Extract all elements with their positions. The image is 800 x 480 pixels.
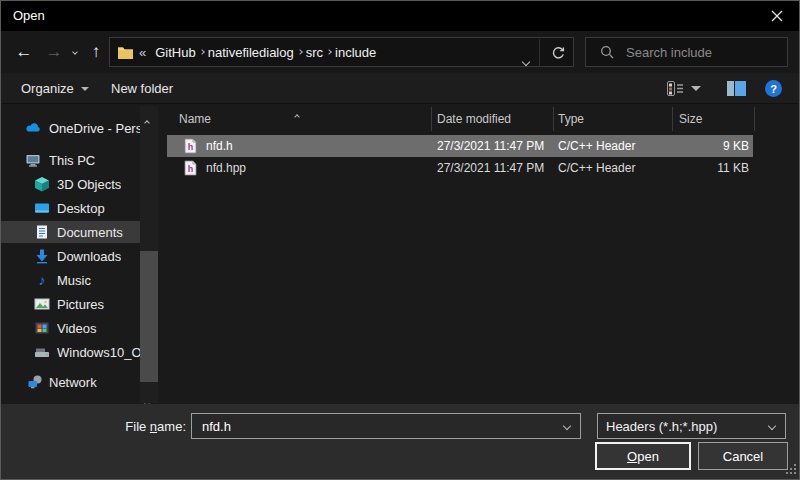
svg-text:h: h bbox=[188, 142, 194, 152]
sidebar-item-label: Downloads bbox=[57, 249, 121, 264]
onedrive-icon bbox=[25, 120, 41, 136]
file-name: nfd.h bbox=[206, 139, 233, 153]
header-file-icon: h bbox=[184, 138, 197, 154]
arrow-up-icon: ↑ bbox=[92, 42, 101, 62]
sidebar-item-onedrive[interactable]: OneDrive - Persor bbox=[1, 117, 140, 139]
dropdown-arrow-icon bbox=[81, 87, 89, 91]
navigation-bar: ← → ↑ « GitHub nativefiledialog src incl… bbox=[1, 31, 799, 73]
column-divider[interactable] bbox=[553, 107, 554, 131]
file-type-dropdown[interactable]: Headers (*.h;*.hpp) bbox=[597, 413, 786, 439]
organize-button[interactable]: Organize bbox=[21, 73, 89, 104]
back-button[interactable]: ← bbox=[9, 31, 39, 73]
forward-button[interactable]: → bbox=[39, 31, 69, 73]
breadcrumb-github[interactable]: GitHub bbox=[155, 45, 195, 60]
file-name: nfd.hpp bbox=[206, 161, 246, 175]
computer-icon bbox=[25, 152, 41, 168]
file-type-value: Headers (*.h;*.hpp) bbox=[606, 419, 717, 434]
breadcrumb-include[interactable]: include bbox=[335, 45, 376, 60]
scroll-up-icon[interactable] bbox=[145, 111, 149, 129]
refresh-button[interactable] bbox=[550, 45, 566, 65]
chevron-down-icon bbox=[72, 49, 78, 55]
file-date-modified: 27/3/2021 11:47 PM bbox=[437, 161, 544, 175]
column-header-name[interactable]: Name bbox=[179, 106, 289, 132]
close-icon bbox=[771, 10, 783, 22]
chevron-right-icon bbox=[297, 49, 303, 55]
network-icon bbox=[27, 374, 43, 390]
organize-label: Organize bbox=[21, 81, 74, 96]
command-toolbar: Organize New folder ? bbox=[1, 73, 799, 104]
column-header-type[interactable]: Type bbox=[558, 106, 658, 132]
sidebar-scrollbar-thumb[interactable] bbox=[140, 251, 158, 382]
breadcrumb-overflow[interactable]: « bbox=[139, 45, 146, 60]
arrow-right-icon: → bbox=[46, 42, 63, 62]
up-button[interactable]: ↑ bbox=[83, 31, 109, 73]
search-box[interactable] bbox=[585, 37, 788, 67]
dropdown-arrow-icon bbox=[691, 86, 701, 91]
file-row-nfd-hpp[interactable]: h nfd.hpp 27/3/2021 11:47 PM C/C++ Heade… bbox=[167, 157, 753, 179]
sidebar-item-label: Pictures bbox=[57, 297, 104, 312]
column-header-size[interactable]: Size bbox=[679, 106, 739, 132]
new-folder-label: New folder bbox=[111, 81, 173, 96]
pictures-icon bbox=[34, 296, 50, 312]
open-file-dialog: Open ← → ↑ « GitHub nativefiledialog src… bbox=[0, 0, 800, 480]
resize-grip[interactable] bbox=[786, 460, 796, 478]
sidebar-item-label: Music bbox=[57, 273, 91, 288]
sidebar-item-network[interactable]: Network bbox=[1, 371, 140, 393]
search-input[interactable] bbox=[624, 44, 774, 61]
file-name-input[interactable] bbox=[200, 418, 530, 435]
file-date-modified: 27/3/2021 11:47 PM bbox=[437, 139, 544, 153]
breadcrumb-src[interactable]: src bbox=[306, 45, 323, 60]
breadcrumb-nativefiledialog[interactable]: nativefiledialog bbox=[208, 45, 294, 60]
sidebar-item-downloads[interactable]: Downloads bbox=[1, 245, 140, 267]
open-button[interactable]: Open bbox=[595, 442, 691, 470]
sidebar-item-label: Desktop bbox=[57, 201, 105, 216]
file-name-combo[interactable] bbox=[191, 413, 581, 439]
sidebar-item-videos[interactable]: Videos bbox=[1, 317, 140, 339]
cancel-button[interactable]: Cancel bbox=[698, 442, 788, 470]
address-bar[interactable]: « GitHub nativefiledialog src include bbox=[109, 37, 574, 67]
sidebar-item-windows10-os[interactable]: Windows10_OS ( bbox=[1, 341, 140, 363]
sidebar-item-this-pc[interactable]: This PC bbox=[1, 149, 140, 171]
search-icon bbox=[600, 45, 615, 60]
change-view-button[interactable] bbox=[667, 73, 701, 104]
column-divider[interactable] bbox=[754, 107, 755, 131]
new-folder-button[interactable]: New folder bbox=[111, 73, 173, 104]
help-button[interactable]: ? bbox=[765, 73, 782, 104]
file-size: 9 KB bbox=[672, 139, 749, 153]
chevron-down-icon[interactable] bbox=[563, 422, 571, 430]
column-divider[interactable] bbox=[672, 107, 673, 131]
dialog-footer: File name: Headers (*.h;*.hpp) Open Canc… bbox=[1, 404, 799, 480]
videos-icon bbox=[34, 320, 50, 336]
address-dropdown-button[interactable] bbox=[523, 51, 529, 69]
file-type: C/C++ Header bbox=[558, 161, 635, 175]
arrow-left-icon: ← bbox=[16, 42, 33, 62]
chevron-right-icon bbox=[199, 49, 205, 55]
help-icon: ? bbox=[765, 80, 782, 97]
folder-icon bbox=[117, 45, 134, 60]
file-row-nfd-h[interactable]: h nfd.h 27/3/2021 11:47 PM C/C++ Header … bbox=[167, 135, 753, 157]
sidebar-item-pictures[interactable]: Pictures bbox=[1, 293, 140, 315]
sidebar-item-music[interactable]: ♪ Music bbox=[1, 269, 140, 291]
open-button-label: Open bbox=[627, 449, 659, 464]
cancel-button-label: Cancel bbox=[723, 449, 763, 464]
sidebar-item-label: 3D Objects bbox=[57, 177, 121, 192]
chevron-down-icon[interactable] bbox=[768, 422, 776, 430]
window-title: Open bbox=[13, 8, 45, 23]
svg-text:h: h bbox=[188, 164, 194, 174]
sidebar-item-3d-objects[interactable]: 3D Objects bbox=[1, 173, 140, 195]
preview-pane-icon bbox=[727, 81, 746, 96]
sidebar-item-label: Network bbox=[49, 375, 97, 390]
close-button[interactable] bbox=[754, 1, 799, 31]
recent-locations-button[interactable] bbox=[67, 31, 83, 73]
preview-pane-button[interactable] bbox=[727, 73, 746, 104]
music-icon: ♪ bbox=[34, 272, 50, 288]
column-header-date-modified[interactable]: Date modified bbox=[437, 106, 547, 132]
column-divider[interactable] bbox=[431, 107, 432, 131]
sidebar-item-documents[interactable]: Documents bbox=[1, 221, 140, 243]
sidebar-item-label: Windows10_OS ( bbox=[57, 345, 141, 360]
sidebar-item-desktop[interactable]: Desktop bbox=[1, 197, 140, 219]
file-type: C/C++ Header bbox=[558, 139, 635, 153]
divider bbox=[539, 39, 540, 66]
sidebar-item-label: This PC bbox=[49, 153, 95, 168]
details-view-icon bbox=[667, 81, 684, 96]
